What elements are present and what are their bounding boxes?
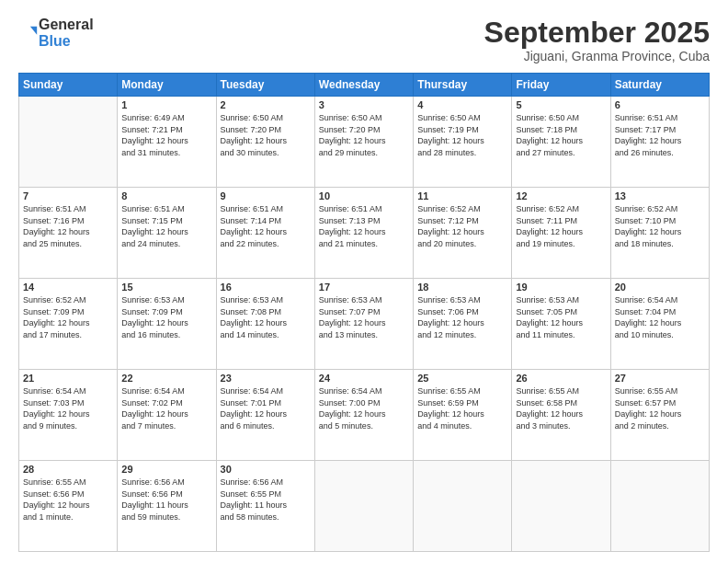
- table-row: [414, 461, 512, 552]
- table-row: 9Sunrise: 6:51 AM Sunset: 7:14 PM Daylig…: [216, 188, 314, 279]
- table-row: [610, 461, 709, 552]
- table-row: 27Sunrise: 6:55 AM Sunset: 6:57 PM Dayli…: [610, 370, 709, 461]
- day-number: 24: [319, 373, 409, 384]
- day-info: Sunrise: 6:53 AM Sunset: 7:06 PM Dayligh…: [417, 294, 507, 340]
- table-row: 16Sunrise: 6:53 AM Sunset: 7:08 PM Dayli…: [216, 279, 314, 370]
- table-row: 13Sunrise: 6:52 AM Sunset: 7:10 PM Dayli…: [610, 188, 709, 279]
- day-info: Sunrise: 6:53 AM Sunset: 7:07 PM Dayligh…: [319, 294, 409, 340]
- day-info: Sunrise: 6:54 AM Sunset: 7:04 PM Dayligh…: [615, 294, 705, 340]
- table-row: 2Sunrise: 6:50 AM Sunset: 7:20 PM Daylig…: [216, 97, 314, 188]
- table-row: 4Sunrise: 6:50 AM Sunset: 7:19 PM Daylig…: [414, 97, 512, 188]
- day-info: Sunrise: 6:54 AM Sunset: 7:00 PM Dayligh…: [319, 385, 409, 431]
- day-number: 8: [121, 190, 211, 201]
- table-row: 8Sunrise: 6:51 AM Sunset: 7:15 PM Daylig…: [118, 188, 216, 279]
- table-row: 17Sunrise: 6:53 AM Sunset: 7:07 PM Dayli…: [314, 279, 413, 370]
- logo: General Blue: [18, 17, 94, 50]
- calendar-body: 1Sunrise: 6:49 AM Sunset: 7:21 PM Daylig…: [19, 97, 710, 552]
- day-info: Sunrise: 6:51 AM Sunset: 7:15 PM Dayligh…: [121, 203, 211, 249]
- day-info: Sunrise: 6:54 AM Sunset: 7:01 PM Dayligh…: [221, 385, 311, 431]
- table-row: 23Sunrise: 6:54 AM Sunset: 7:01 PM Dayli…: [216, 370, 314, 461]
- day-info: Sunrise: 6:54 AM Sunset: 7:03 PM Dayligh…: [23, 385, 113, 431]
- table-row: 19Sunrise: 6:53 AM Sunset: 7:05 PM Dayli…: [512, 279, 610, 370]
- day-number: 19: [516, 282, 606, 293]
- day-number: 22: [121, 373, 211, 384]
- table-row: 12Sunrise: 6:52 AM Sunset: 7:11 PM Dayli…: [512, 188, 610, 279]
- calendar-header: Sunday Monday Tuesday Wednesday Thursday…: [19, 74, 710, 97]
- table-row: 6Sunrise: 6:51 AM Sunset: 7:17 PM Daylig…: [610, 97, 709, 188]
- page: General Blue September 2025 Jiguani, Gra…: [0, 0, 728, 563]
- weekday-monday: Monday: [118, 74, 216, 97]
- table-row: 24Sunrise: 6:54 AM Sunset: 7:00 PM Dayli…: [314, 370, 413, 461]
- day-number: 13: [615, 190, 705, 201]
- logo-icon: [18, 23, 39, 43]
- day-number: 12: [516, 190, 606, 201]
- calendar: Sunday Monday Tuesday Wednesday Thursday…: [18, 73, 710, 552]
- day-info: Sunrise: 6:52 AM Sunset: 7:10 PM Dayligh…: [615, 203, 705, 249]
- svg-marker-0: [30, 27, 37, 35]
- table-row: 11Sunrise: 6:52 AM Sunset: 7:12 PM Dayli…: [414, 188, 512, 279]
- table-row: 15Sunrise: 6:53 AM Sunset: 7:09 PM Dayli…: [118, 279, 216, 370]
- table-row: 26Sunrise: 6:55 AM Sunset: 6:58 PM Dayli…: [512, 370, 610, 461]
- day-info: Sunrise: 6:50 AM Sunset: 7:20 PM Dayligh…: [319, 112, 409, 158]
- table-row: [314, 461, 413, 552]
- day-number: 11: [417, 190, 507, 201]
- day-info: Sunrise: 6:54 AM Sunset: 7:02 PM Dayligh…: [121, 385, 211, 431]
- day-number: 27: [615, 373, 705, 384]
- table-row: 28Sunrise: 6:55 AM Sunset: 6:56 PM Dayli…: [19, 461, 118, 552]
- day-info: Sunrise: 6:56 AM Sunset: 6:55 PM Dayligh…: [221, 477, 311, 523]
- table-row: 30Sunrise: 6:56 AM Sunset: 6:55 PM Dayli…: [216, 461, 314, 552]
- day-info: Sunrise: 6:55 AM Sunset: 6:58 PM Dayligh…: [516, 385, 606, 431]
- table-row: 7Sunrise: 6:51 AM Sunset: 7:16 PM Daylig…: [19, 188, 118, 279]
- table-row: [512, 461, 610, 552]
- day-info: Sunrise: 6:55 AM Sunset: 6:59 PM Dayligh…: [417, 385, 507, 431]
- table-row: 3Sunrise: 6:50 AM Sunset: 7:20 PM Daylig…: [314, 97, 413, 188]
- day-number: 3: [319, 99, 409, 110]
- day-number: 20: [615, 282, 705, 293]
- day-number: 6: [615, 99, 705, 110]
- weekday-saturday: Saturday: [610, 74, 709, 97]
- logo-general: General: [39, 17, 94, 32]
- table-row: 22Sunrise: 6:54 AM Sunset: 7:02 PM Dayli…: [118, 370, 216, 461]
- weekday-sunday: Sunday: [19, 74, 118, 97]
- day-number: 14: [23, 282, 113, 293]
- header: General Blue September 2025 Jiguani, Gra…: [18, 17, 710, 63]
- day-number: 16: [221, 282, 311, 293]
- day-info: Sunrise: 6:55 AM Sunset: 6:57 PM Dayligh…: [615, 385, 705, 431]
- day-info: Sunrise: 6:56 AM Sunset: 6:56 PM Dayligh…: [121, 477, 211, 523]
- day-info: Sunrise: 6:52 AM Sunset: 7:09 PM Dayligh…: [23, 294, 113, 340]
- table-row: 25Sunrise: 6:55 AM Sunset: 6:59 PM Dayli…: [414, 370, 512, 461]
- day-info: Sunrise: 6:49 AM Sunset: 7:21 PM Dayligh…: [121, 112, 211, 158]
- day-number: 5: [516, 99, 606, 110]
- weekday-thursday: Thursday: [414, 74, 512, 97]
- logo-blue: Blue: [39, 33, 71, 49]
- day-number: 1: [121, 99, 211, 110]
- table-row: [19, 97, 118, 188]
- day-number: 4: [417, 99, 507, 110]
- day-info: Sunrise: 6:51 AM Sunset: 7:17 PM Dayligh…: [615, 112, 705, 158]
- page-subtitle: Jiguani, Granma Province, Cuba: [484, 49, 710, 63]
- table-row: 14Sunrise: 6:52 AM Sunset: 7:09 PM Dayli…: [19, 279, 118, 370]
- day-info: Sunrise: 6:51 AM Sunset: 7:16 PM Dayligh…: [23, 203, 113, 249]
- day-number: 23: [221, 373, 311, 384]
- day-number: 9: [221, 190, 311, 201]
- day-info: Sunrise: 6:52 AM Sunset: 7:11 PM Dayligh…: [516, 203, 606, 249]
- day-number: 25: [417, 373, 507, 384]
- table-row: 21Sunrise: 6:54 AM Sunset: 7:03 PM Dayli…: [19, 370, 118, 461]
- day-number: 7: [23, 190, 113, 201]
- day-info: Sunrise: 6:51 AM Sunset: 7:14 PM Dayligh…: [221, 203, 311, 249]
- day-number: 29: [121, 464, 211, 475]
- day-number: 21: [23, 373, 113, 384]
- day-number: 10: [319, 190, 409, 201]
- weekday-tuesday: Tuesday: [216, 74, 314, 97]
- day-info: Sunrise: 6:50 AM Sunset: 7:18 PM Dayligh…: [516, 112, 606, 158]
- day-info: Sunrise: 6:50 AM Sunset: 7:19 PM Dayligh…: [417, 112, 507, 158]
- table-row: 10Sunrise: 6:51 AM Sunset: 7:13 PM Dayli…: [314, 188, 413, 279]
- title-area: September 2025 Jiguani, Granma Province,…: [484, 17, 710, 63]
- table-row: 1Sunrise: 6:49 AM Sunset: 7:21 PM Daylig…: [118, 97, 216, 188]
- day-number: 30: [221, 464, 311, 475]
- weekday-friday: Friday: [512, 74, 610, 97]
- day-info: Sunrise: 6:53 AM Sunset: 7:05 PM Dayligh…: [516, 294, 606, 340]
- page-title: September 2025: [484, 17, 710, 49]
- day-info: Sunrise: 6:51 AM Sunset: 7:13 PM Dayligh…: [319, 203, 409, 249]
- day-info: Sunrise: 6:53 AM Sunset: 7:08 PM Dayligh…: [221, 294, 311, 340]
